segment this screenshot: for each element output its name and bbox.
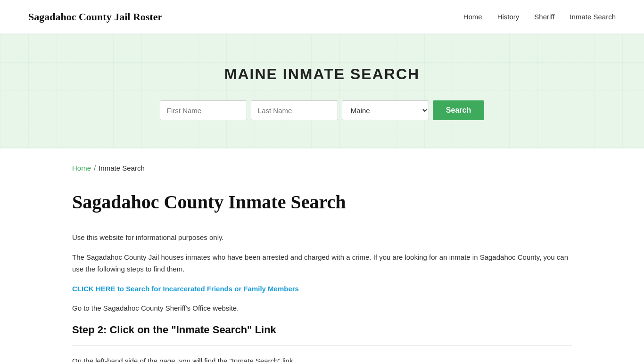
page-title: Sagadahoc County Inmate Search — [72, 187, 572, 217]
breadcrumb: Home / Inmate Search — [72, 163, 572, 174]
breadcrumb-home-link[interactable]: Home — [72, 163, 91, 174]
step2-body: On the left-hand side of the page, you w… — [72, 355, 572, 362]
search-button[interactable]: Search — [433, 100, 484, 120]
incarcerated-search-link[interactable]: CLICK HERE to Search for Incarcerated Fr… — [72, 283, 299, 295]
nav-item-inmate-search[interactable]: Inmate Search — [570, 11, 616, 23]
hero-banner: MAINE INMATE SEARCH MaineAlabamaAlaskaAr… — [0, 34, 644, 148]
nav-item-sheriff[interactable]: Sheriff — [534, 11, 554, 23]
site-title: Sagadahoc County Jail Roster — [28, 8, 162, 25]
step2-heading: Step 2: Click on the "Inmate Search" Lin… — [72, 321, 572, 338]
nav-link-sheriff[interactable]: Sheriff — [534, 13, 554, 21]
site-header: Sagadahoc County Jail Roster Home Histor… — [0, 0, 644, 34]
nav-item-history[interactable]: History — [497, 11, 520, 23]
first-name-input[interactable] — [160, 100, 247, 120]
state-select[interactable]: MaineAlabamaAlaskaArizonaArkansasCalifor… — [342, 100, 429, 120]
intro-paragraph-2: The Sagadahoc County Jail houses inmates… — [72, 251, 572, 275]
breadcrumb-current: Inmate Search — [99, 163, 145, 174]
last-name-input[interactable] — [251, 100, 338, 120]
nav-link-history[interactable]: History — [497, 13, 520, 21]
section-divider — [72, 345, 572, 346]
breadcrumb-separator: / — [94, 163, 96, 174]
nav-link-inmate-search[interactable]: Inmate Search — [570, 13, 616, 21]
main-nav: Home History Sheriff Inmate Search — [463, 11, 616, 23]
nav-list: Home History Sheriff Inmate Search — [463, 11, 616, 23]
intro-paragraph-1: Use this website for informational purpo… — [72, 231, 572, 244]
inmate-search-form: MaineAlabamaAlaskaArizonaArkansasCalifor… — [9, 100, 635, 120]
nav-link-home[interactable]: Home — [463, 13, 482, 21]
step1-paragraph: Go to the Sagadahoc County Sheriff's Off… — [72, 302, 572, 314]
main-content: Home / Inmate Search Sagadahoc County In… — [44, 148, 600, 362]
nav-item-home[interactable]: Home — [463, 11, 482, 23]
hero-title: MAINE INMATE SEARCH — [9, 62, 635, 86]
